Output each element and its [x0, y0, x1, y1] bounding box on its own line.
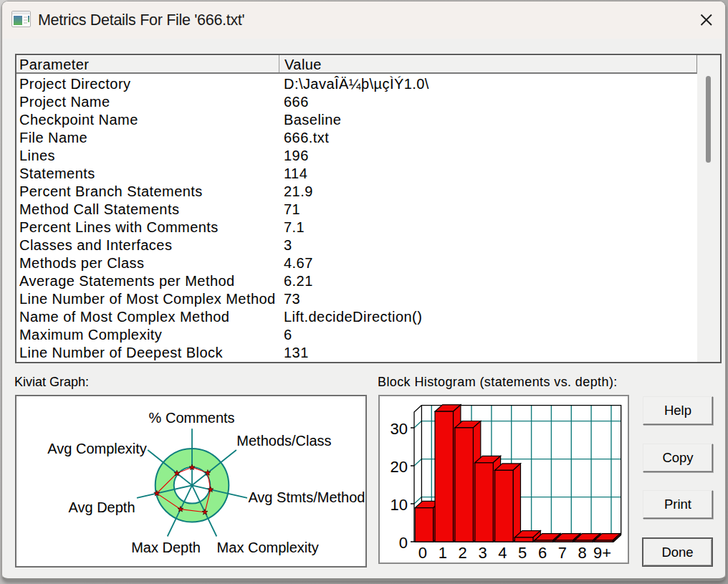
svg-text:30: 30 — [391, 420, 408, 438]
svg-text:Avg Complexity: Avg Complexity — [47, 441, 147, 456]
svg-text:3: 3 — [478, 544, 487, 562]
svg-text:Methods/Class: Methods/Class — [236, 433, 331, 449]
svg-text:1: 1 — [439, 544, 447, 562]
svg-text:Max Complexity: Max Complexity — [217, 540, 319, 555]
svg-text:Avg Stmts/Method: Avg Stmts/Method — [248, 489, 365, 505]
svg-text:10: 10 — [391, 496, 408, 514]
svg-text:6: 6 — [538, 544, 547, 562]
svg-text:2: 2 — [458, 544, 466, 562]
svg-text:0: 0 — [418, 544, 427, 562]
svg-text:Max Depth: Max Depth — [131, 540, 201, 555]
svg-text:Avg Depth: Avg Depth — [69, 499, 135, 515]
svg-text:20: 20 — [391, 458, 408, 476]
svg-text:7: 7 — [558, 544, 567, 562]
svg-text:5: 5 — [518, 544, 527, 562]
svg-text:8: 8 — [578, 544, 587, 562]
svg-text:9+: 9+ — [593, 544, 611, 562]
svg-text:4: 4 — [498, 544, 507, 562]
svg-text:% Comments: % Comments — [149, 410, 235, 426]
svg-text:0: 0 — [399, 534, 408, 552]
